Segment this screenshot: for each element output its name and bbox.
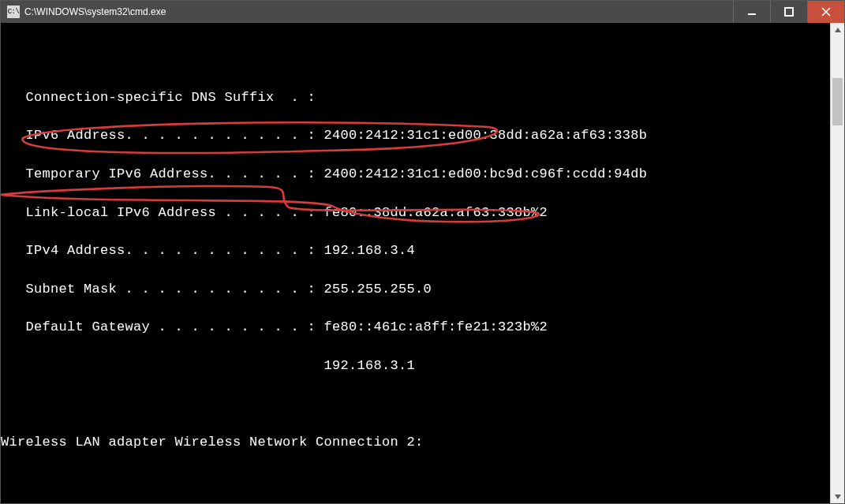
minimize-button[interactable] [733,1,770,23]
window-buttons [733,1,844,23]
temp-ipv6-label: Temporary IPv6 Address. . . . . . : [1,166,324,181]
link-local-label: Link-local IPv6 Address . . . . . : [1,205,324,220]
output-line: Link-local IPv6 Address . . . . . : fe80… [1,203,830,222]
output-line: Subnet Mask . . . . . . . . . . . : 255.… [1,280,830,299]
svg-marker-5 [835,495,841,499]
vertical-scrollbar[interactable] [830,23,844,503]
svg-marker-4 [835,28,841,32]
gateway-value-2: 192.168.3.1 [324,358,416,373]
output-line [1,50,830,69]
ipv6-value: 2400:2412:31c1:ed00:38dd:a62a:af63:338b [324,128,648,143]
adapter-heading: Wireless LAN adapter Wireless Network Co… [1,433,830,452]
window-title: C:\WINDOWS\system32\cmd.exe [24,6,733,17]
cmd-window: C:\ C:\WINDOWS\system32\cmd.exe Connecti… [0,0,845,504]
scroll-up-button[interactable] [831,23,844,36]
link-local-value: fe80::38dd:a62a:af63:338b%2 [324,205,548,220]
output-line: Connection-specific DNS Suffix . : [1,88,830,107]
client-area: Connection-specific DNS Suffix . : IPv6 … [1,23,844,503]
subnet-value: 255.255.255.0 [324,282,432,297]
svg-rect-0 [748,13,756,15]
gateway-label: Default Gateway . . . . . . . . . : [1,319,324,334]
dns-suffix-label: Connection-specific DNS Suffix . : [1,90,316,105]
output-line [1,395,830,414]
scroll-down-button[interactable] [831,490,844,503]
ipv6-label: IPv6 Address. . . . . . . . . . . : [1,128,324,143]
titlebar[interactable]: C:\ C:\WINDOWS\system32\cmd.exe [1,1,844,23]
output-line: 192.168.3.1 [1,357,830,375]
gateway-value-1: fe80::461c:a8ff:fe21:323b%2 [324,319,548,334]
output-line: IPv6 Address. . . . . . . . . . . : 2400… [1,126,830,145]
temp-ipv6-value: 2400:2412:31c1:ed00:bc9d:c96f:ccdd:94db [324,166,648,181]
output-line: IPv4 Address. . . . . . . . . . . : 192.… [1,241,830,260]
output-line: Temporary IPv6 Address. . . . . . : 2400… [1,165,830,184]
app-icon: C:\ [7,6,20,18]
maximize-button[interactable] [770,1,807,23]
output-line [1,472,830,491]
subnet-label: Subnet Mask . . . . . . . . . . . : [1,282,324,297]
scroll-thumb[interactable] [832,78,843,125]
close-button[interactable] [807,1,844,23]
gateway-indent [1,358,324,373]
terminal-output[interactable]: Connection-specific DNS Suffix . : IPv6 … [1,23,830,503]
output-line: Default Gateway . . . . . . . . . : fe80… [1,318,830,337]
svg-rect-1 [785,8,793,16]
ipv4-value: 192.168.3.4 [324,243,416,258]
ipv4-label: IPv4 Address. . . . . . . . . . . : [1,243,324,258]
